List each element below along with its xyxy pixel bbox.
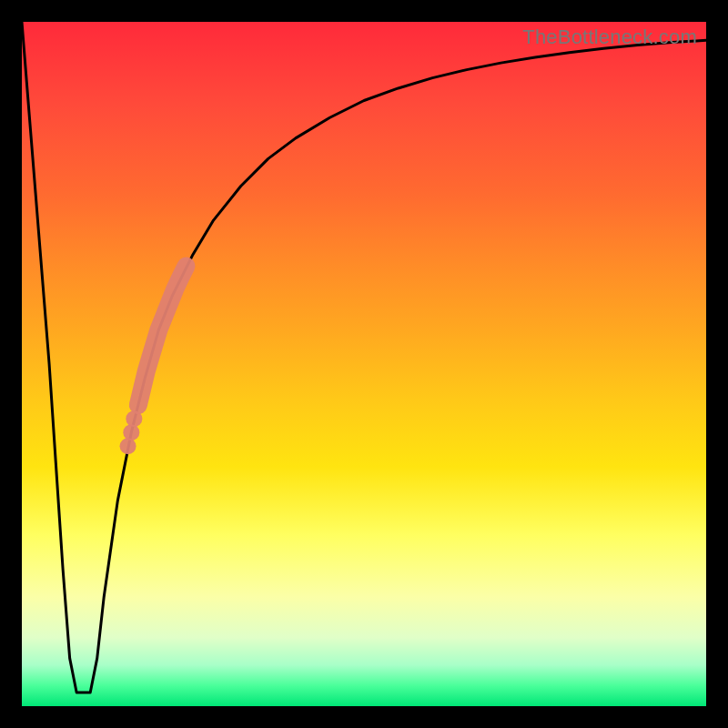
sweet-spot-band: [138, 266, 187, 405]
watermark-text: TheBottleneck.com: [522, 25, 697, 49]
bottleneck-curve: [22, 22, 706, 693]
plot-area: TheBottleneck.com: [22, 22, 706, 706]
chart-svg: [22, 22, 706, 706]
highlight-dot: [123, 424, 139, 440]
highlight-dot: [126, 410, 142, 427]
chart-container: TheBottleneck.com: [0, 0, 728, 728]
highlight-dot: [120, 438, 136, 454]
